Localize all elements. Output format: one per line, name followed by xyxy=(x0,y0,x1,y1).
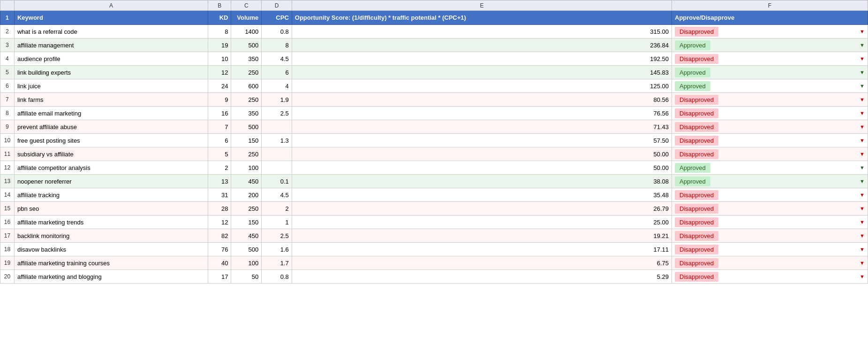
cell-status[interactable]: Disapproved▼ xyxy=(672,25,868,38)
status-badge: Disapproved xyxy=(675,258,718,268)
cell-cpc: 2.5 xyxy=(262,107,292,120)
header-volume: Volume xyxy=(231,11,262,25)
cell-status[interactable]: Approved▼ xyxy=(672,66,868,79)
status-badge: Disapproved xyxy=(675,217,718,227)
cell-cpc xyxy=(262,161,292,175)
cell-score: 50.00 xyxy=(292,161,672,175)
cell-kd: 82 xyxy=(208,229,231,243)
status-badge: Disapproved xyxy=(675,108,718,118)
dropdown-arrow-icon[interactable]: ▼ xyxy=(860,178,865,184)
col-c-header: C xyxy=(231,0,262,11)
cell-cpc: 1 xyxy=(262,215,292,229)
cell-keyword: affiliate marketing trends xyxy=(14,215,208,229)
table-row: 20affiliate marketing and blogging17500.… xyxy=(0,270,868,284)
cell-score: 35.48 xyxy=(292,188,672,202)
dropdown-arrow-icon[interactable]: ▼ xyxy=(860,151,865,157)
cell-kd: 9 xyxy=(208,93,231,107)
table-row: 18disavow backlinks765001.617.11Disappro… xyxy=(0,243,868,256)
cell-status[interactable]: Approved▼ xyxy=(672,38,868,52)
cell-kd: 19 xyxy=(208,38,231,52)
row-number: 7 xyxy=(0,93,15,107)
table-row: 11subsidiary vs affiliate525050.00Disapp… xyxy=(0,147,868,161)
dropdown-arrow-icon[interactable]: ▼ xyxy=(860,83,865,89)
cell-kd: 40 xyxy=(208,256,231,270)
dropdown-arrow-icon[interactable]: ▼ xyxy=(860,124,865,130)
cell-status[interactable]: Disapproved▼ xyxy=(672,202,868,215)
spreadsheet: A B C D E F 1 Keyword KD Volume CPC Oppo… xyxy=(0,0,868,284)
cell-kd: 5 xyxy=(208,147,231,161)
status-badge: Disapproved xyxy=(675,204,718,214)
cell-cpc: 0.8 xyxy=(262,25,292,38)
status-badge: Disapproved xyxy=(675,231,718,241)
cell-cpc: 4.5 xyxy=(262,188,292,202)
table-row: 19affiliate marketing training courses40… xyxy=(0,256,868,270)
cell-status[interactable]: Disapproved▼ xyxy=(672,107,868,120)
dropdown-arrow-icon[interactable]: ▼ xyxy=(860,110,865,116)
col-f-header: F xyxy=(672,0,868,11)
header-opportunity: Opportunity Score: (1/difficulty) * traf… xyxy=(292,11,672,25)
header-cpc: CPC xyxy=(262,11,292,25)
cell-status[interactable]: Approved▼ xyxy=(672,175,868,188)
cell-status[interactable]: Disapproved▼ xyxy=(672,188,868,202)
cell-status[interactable]: Disapproved▼ xyxy=(672,229,868,243)
dropdown-arrow-icon[interactable]: ▼ xyxy=(860,29,865,34)
cell-status[interactable]: Disapproved▼ xyxy=(672,120,868,134)
dropdown-arrow-icon[interactable]: ▼ xyxy=(860,274,865,279)
cell-status[interactable]: Disapproved▼ xyxy=(672,93,868,107)
cell-volume: 100 xyxy=(231,256,262,270)
status-badge: Disapproved xyxy=(675,190,718,200)
dropdown-arrow-icon[interactable]: ▼ xyxy=(860,246,865,252)
dropdown-arrow-icon[interactable]: ▼ xyxy=(860,69,865,75)
table-row: 12affiliate competitor analysis210050.00… xyxy=(0,161,868,175)
row-num-corner xyxy=(0,0,15,11)
cell-cpc: 0.8 xyxy=(262,270,292,284)
cell-volume: 500 xyxy=(231,243,262,256)
dropdown-arrow-icon[interactable]: ▼ xyxy=(860,165,865,170)
cell-volume: 1400 xyxy=(231,25,262,38)
row-number: 12 xyxy=(0,161,15,175)
cell-score: 76.56 xyxy=(292,107,672,120)
dropdown-arrow-icon[interactable]: ▼ xyxy=(860,42,865,48)
cell-volume: 150 xyxy=(231,134,262,147)
cell-kd: 6 xyxy=(208,134,231,147)
table-row: 16affiliate marketing trends12150125.00D… xyxy=(0,215,868,229)
cell-cpc: 6 xyxy=(262,66,292,79)
cell-status[interactable]: Disapproved▼ xyxy=(672,243,868,256)
cell-keyword: pbn seo xyxy=(14,202,208,215)
dropdown-arrow-icon[interactable]: ▼ xyxy=(860,192,865,198)
dropdown-arrow-icon[interactable]: ▼ xyxy=(860,138,865,143)
cell-keyword: affiliate competitor analysis xyxy=(14,161,208,175)
cell-cpc: 1.3 xyxy=(262,134,292,147)
cell-status[interactable]: Disapproved▼ xyxy=(672,52,868,66)
cell-status[interactable]: Disapproved▼ xyxy=(672,134,868,147)
row-number: 10 xyxy=(0,134,15,147)
dropdown-arrow-icon[interactable]: ▼ xyxy=(860,206,865,211)
table-row: 7link farms92501.980.56Disapproved▼ xyxy=(0,93,868,107)
cell-status[interactable]: Approved▼ xyxy=(672,79,868,93)
dropdown-arrow-icon[interactable]: ▼ xyxy=(860,97,865,102)
cell-status[interactable]: Approved▼ xyxy=(672,161,868,175)
cell-status[interactable]: Disapproved▼ xyxy=(672,147,868,161)
cell-volume: 450 xyxy=(231,229,262,243)
dropdown-arrow-icon[interactable]: ▼ xyxy=(860,219,865,225)
cell-volume: 600 xyxy=(231,79,262,93)
status-badge: Disapproved xyxy=(675,95,718,105)
table-row: 9prevent affiliate abuse750071.43Disappr… xyxy=(0,120,868,134)
cell-score: 125.00 xyxy=(292,79,672,93)
cell-cpc: 2 xyxy=(262,202,292,215)
cell-status[interactable]: Disapproved▼ xyxy=(672,270,868,284)
dropdown-arrow-icon[interactable]: ▼ xyxy=(860,56,865,62)
cell-keyword: affiliate management xyxy=(14,38,208,52)
cell-volume: 50 xyxy=(231,270,262,284)
cell-volume: 350 xyxy=(231,52,262,66)
row-number: 14 xyxy=(0,188,15,202)
cell-status[interactable]: Disapproved▼ xyxy=(672,256,868,270)
dropdown-arrow-icon[interactable]: ▼ xyxy=(860,233,865,239)
dropdown-arrow-icon[interactable]: ▼ xyxy=(860,260,865,266)
table-row: 10free guest posting sites61501.357.50Di… xyxy=(0,134,868,147)
row-number: 16 xyxy=(0,215,15,229)
cell-kd: 12 xyxy=(208,215,231,229)
cell-volume: 100 xyxy=(231,161,262,175)
cell-status[interactable]: Disapproved▼ xyxy=(672,215,868,229)
table-row: 4audience profile103504.5192.50Disapprov… xyxy=(0,52,868,66)
